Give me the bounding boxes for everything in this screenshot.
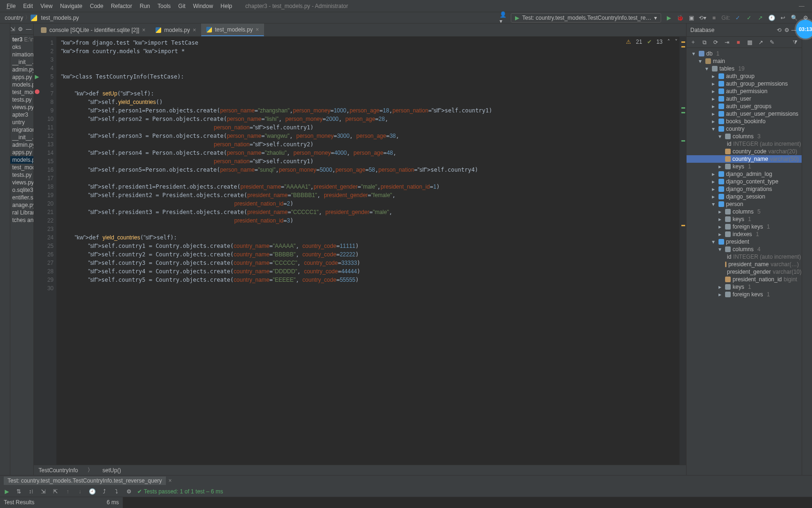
project-item[interactable]: admin.py	[10, 141, 33, 149]
db-refresh-icon[interactable]: ⟳	[712, 39, 719, 46]
db-table[interactable]: django_content_type	[687, 178, 802, 185]
close-icon[interactable]: ×	[193, 27, 196, 33]
db-query-icon[interactable]: ✎	[768, 39, 776, 46]
db-add-icon[interactable]: ＋	[689, 39, 697, 46]
project-item[interactable]: apter3	[10, 111, 33, 119]
sort-button[interactable]: ↕⁝	[27, 488, 35, 495]
project-item[interactable]: tests.py	[10, 96, 33, 103]
debug-button[interactable]: 🐞	[676, 14, 684, 22]
project-item[interactable]: views.py	[10, 103, 33, 111]
next-highlight-icon[interactable]: ˅	[675, 39, 678, 45]
db-stop-icon[interactable]: ■	[734, 39, 742, 46]
breadcrumb-class[interactable]: TestCountryInfo	[39, 467, 78, 474]
db-table[interactable]: auth_permission	[687, 87, 802, 95]
window-minimize[interactable]: —	[794, 3, 809, 9]
project-item[interactable]: views.py	[10, 179, 33, 186]
project-item[interactable]: models.py	[10, 156, 33, 164]
breadcrumb-func[interactable]: setUp()	[102, 467, 121, 474]
menu-navigate[interactable]: Navigate	[56, 3, 86, 9]
search-everywhere-icon[interactable]: 🔍	[790, 14, 798, 22]
project-settings-icon[interactable]: ⚙	[18, 25, 23, 33]
run-tab[interactable]: Test: country.test_models.TestCountryInf…	[4, 476, 166, 485]
project-item[interactable]: __init__.py	[10, 58, 33, 66]
db-table[interactable]: django_session	[687, 193, 802, 200]
run-button[interactable]: ▶	[665, 14, 672, 22]
db-table[interactable]: books_bookinfo	[687, 118, 802, 125]
project-item[interactable]: tests.py	[10, 171, 33, 179]
menu-code[interactable]: Code	[86, 3, 107, 9]
db-table-person[interactable]: person	[687, 200, 802, 208]
db-duplicate-icon[interactable]: ⧉	[701, 39, 708, 46]
run-configuration-select[interactable]: ▶ Test: country.test_models.TestCountryI…	[511, 13, 661, 23]
project-item[interactable]: oks	[10, 43, 33, 51]
project-item[interactable]: models.py	[10, 81, 33, 88]
menu-file[interactable]: File	[3, 3, 19, 9]
db-table[interactable]: django_admin_log	[687, 170, 802, 178]
menu-edit[interactable]: Edit	[19, 3, 37, 9]
db-table[interactable]: django_migrations	[687, 185, 802, 193]
prev-highlight-icon[interactable]: ˄	[667, 39, 670, 45]
git-commit-icon[interactable]: ✓	[745, 14, 753, 22]
db-table[interactable]: auth_user_user_permissions	[687, 110, 802, 118]
db-table[interactable]: auth_group_permissions	[687, 80, 802, 87]
db-idx-folder[interactable]: indexes 1	[687, 230, 802, 238]
breadcrumb-file[interactable]: test_models.py	[39, 15, 81, 21]
project-item[interactable]: apps.py	[10, 149, 33, 156]
db-table[interactable]: auth_user_groups	[687, 103, 802, 110]
next-failed-button[interactable]: ↓	[76, 488, 84, 495]
project-hide-icon[interactable]: —	[26, 25, 31, 33]
database-tree[interactable]: db 1 main tables 19 auth_group auth_grou…	[687, 48, 802, 475]
db-table-icon[interactable]: ▦	[746, 39, 753, 46]
database-settings-icon[interactable]: ⚙	[783, 26, 790, 34]
right-tool-strip[interactable]	[802, 24, 812, 475]
gutter-run-icon[interactable]: ▶	[35, 72, 39, 81]
menu-window[interactable]: Window	[189, 3, 217, 9]
db-filter-icon[interactable]: ⧩	[791, 39, 799, 46]
db-column[interactable]: country_code varchar(20)	[687, 148, 802, 155]
run-console[interactable]: Destroying test database for alias 'defa…	[123, 497, 812, 508]
project-tree[interactable]: ter3 E:\net22059\chapter3 oksnimations__…	[10, 35, 33, 225]
db-table-country[interactable]: country	[687, 125, 802, 133]
db-fk-folder[interactable]: foreign keys 1	[687, 223, 802, 230]
rerun-button[interactable]: ▶	[3, 488, 10, 495]
project-item[interactable]: tches and Consoles	[10, 216, 33, 224]
project-item[interactable]: test_models.py	[10, 164, 33, 171]
project-item[interactable]: nimations	[10, 51, 33, 58]
db-columns-folder[interactable]: columns 5	[687, 208, 802, 215]
code-editor[interactable]: "kw">from django.test "kw">import TestCa…	[56, 37, 686, 465]
test-tree[interactable]: Test Results6 ms	[0, 497, 123, 508]
project-item[interactable]: untry	[10, 119, 33, 126]
editor-tab[interactable]: console [SQLite - identifier.sqlite [2]]…	[36, 24, 150, 36]
db-column[interactable]: president_nation_id bigint	[687, 276, 802, 283]
add-config-icon[interactable]: 👤▾	[500, 14, 507, 22]
profile-button[interactable]: ⟲▾	[699, 14, 706, 22]
import-tests-button[interactable]: ⤴	[101, 488, 108, 495]
git-rollback-icon[interactable]: ↩	[779, 14, 787, 22]
git-history-icon[interactable]: 🕘	[768, 14, 775, 22]
project-item[interactable]: test_models.py	[10, 88, 33, 96]
db-column[interactable]: president_name varchar(…)	[687, 261, 802, 268]
project-item[interactable]: entifier.sqlite	[10, 194, 33, 201]
test-settings-button[interactable]: ⚙	[125, 488, 133, 495]
toggle-auto-test-button[interactable]: ⇅	[15, 488, 23, 495]
menu-git[interactable]: Git	[174, 3, 189, 9]
export-tests-button[interactable]: ⤵	[113, 488, 120, 495]
db-keys-folder[interactable]: keys 1	[687, 163, 802, 170]
git-update-icon[interactable]: ✓	[734, 14, 742, 22]
project-item[interactable]: migrations	[10, 126, 33, 134]
editor-tab[interactable]: models.py×	[150, 24, 201, 36]
db-tables-folder[interactable]: tables 19	[687, 65, 802, 72]
inspection-widget[interactable]: ⚠21 ✔13 ˄ ˅	[626, 39, 678, 45]
menu-help[interactable]: Help	[217, 3, 236, 9]
project-item[interactable]: ral Libraries	[10, 209, 33, 216]
db-table[interactable]: auth_group	[687, 72, 802, 80]
close-icon[interactable]: ×	[256, 26, 259, 33]
project-item[interactable]: o.sqlite3	[10, 186, 33, 194]
db-column[interactable]: id INTEGER (auto increment)	[687, 140, 802, 148]
db-column[interactable]: president_gender varchar(10)	[687, 268, 802, 276]
left-tool-strip[interactable]	[0, 24, 10, 475]
db-tx-icon[interactable]: ⇥	[723, 39, 731, 46]
prev-failed-button[interactable]: ↑	[64, 488, 71, 495]
menu-run[interactable]: Run	[136, 3, 154, 9]
menu-tools[interactable]: Tools	[154, 3, 174, 9]
